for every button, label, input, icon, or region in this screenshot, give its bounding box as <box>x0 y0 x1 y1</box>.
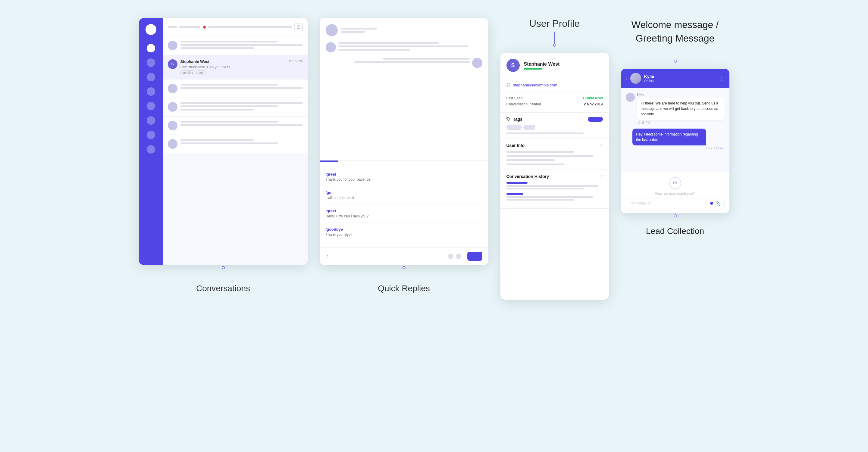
conv-item-skeleton-2[interactable] <box>163 79 308 98</box>
qr-response-great: Thank you for your patience. <box>326 177 483 182</box>
qr-send-button[interactable] <box>467 252 483 261</box>
up-last-seen-value: Online Now <box>583 96 603 100</box>
up-user-info-header: User Info ∧ <box>506 143 603 148</box>
gw-user-msg-wrap: Hey, Need some information regarding the… <box>632 129 724 150</box>
gw-bot-bubble: Hi there! We are here to help you out. S… <box>637 98 724 120</box>
qr-entry-greet[interactable]: /greet Hello! How can I help you? <box>326 204 483 223</box>
user-profile-widget: S Stephanie West @ stephanie@example.com… <box>500 53 609 300</box>
search-button[interactable] <box>294 23 303 31</box>
conv-avatar-2 <box>168 84 178 93</box>
chat-avatar-out <box>472 58 483 68</box>
gw-back-button[interactable]: ‹ <box>626 75 627 81</box>
skel-r <box>383 58 470 60</box>
greeting-title: Welcome message /Greeting Message <box>631 18 719 45</box>
up-conv-history-header: Conversation History ∧ <box>506 174 603 179</box>
qr-entry-go[interactable]: /go I will be right back. <box>326 186 483 204</box>
chat-avatar <box>326 42 336 53</box>
conv-item-skeleton-5[interactable] <box>163 135 308 153</box>
up-conv-history-section: Conversation History ∧ <box>500 170 609 209</box>
qr-entry-goodbye[interactable]: /goodbye Thank you. Bye! <box>326 223 483 241</box>
up-last-seen-row: Last Seen Online Now <box>506 96 603 100</box>
quick-replies-dot <box>403 266 406 269</box>
skel-line <box>181 124 303 126</box>
up-user-info-chevron: ∧ <box>600 143 603 148</box>
skel-line <box>181 47 254 49</box>
nav-item-3[interactable] <box>147 73 155 81</box>
conv-tags: pending emi <box>181 70 303 75</box>
up-tags-row <box>506 125 603 130</box>
conv-item-stephanie[interactable]: S Stephanie West 12:15 PM I am stuck her… <box>163 55 308 79</box>
qr-typing-indicator: /g <box>326 254 329 258</box>
nav-item-5[interactable] <box>147 102 155 110</box>
up-name-area: Stephanie West <box>524 61 560 70</box>
conv-content-stephanie: Stephanie West 12:15 PM I am stuck here.… <box>181 59 303 75</box>
greeting-label-dot <box>674 60 677 63</box>
up-conv-hist-2[interactable] <box>506 193 603 200</box>
up-tag-1 <box>506 125 522 130</box>
up-tags-add-btn[interactable] <box>588 117 603 122</box>
up-conv-history-chevron: ∧ <box>600 174 603 179</box>
greeting-label-area: Welcome message /Greeting Message <box>621 18 730 63</box>
header-bar-1 <box>168 26 177 28</box>
gw-user-bubble: Hey, Need some information regarding the… <box>632 129 706 146</box>
gw-double-check: ✓✓ <box>720 147 724 150</box>
skel-line <box>181 84 278 86</box>
skel-l <box>338 45 468 47</box>
gw-menu-button[interactable]: ⋮ <box>719 75 724 82</box>
conv-avatar-5 <box>168 139 178 149</box>
up-tags-title-area: Tags <box>506 117 523 122</box>
conversations-header <box>163 18 308 36</box>
nav-item-8[interactable] <box>147 145 155 154</box>
qr-entry-great[interactable]: /great Thank you for your patience. <box>326 168 483 186</box>
qr-input-area: /g <box>326 254 448 258</box>
svg-point-0 <box>507 118 508 119</box>
qr-list: /great Thank you for your patience. /go … <box>320 162 488 247</box>
greeting-widget: ‹ Kylie Online ⋮ Kylie Hi there! We are … <box>621 69 730 213</box>
nav-item-conversations[interactable] <box>147 44 155 53</box>
up-status-bar <box>524 68 542 70</box>
conversations-dot <box>222 266 225 269</box>
up-conv-bar-2 <box>506 193 523 195</box>
nav-item-6[interactable] <box>147 116 155 125</box>
conv-item-skeleton-1[interactable] <box>163 36 308 55</box>
up-conv-hist-1[interactable] <box>506 182 603 189</box>
up-user-info-title: User Info <box>506 143 525 148</box>
gw-agent-avatar <box>630 73 641 84</box>
conv-tag-emi: emi <box>196 70 206 75</box>
gw-attach-icon: 📎 <box>716 201 721 206</box>
nav-item-4[interactable] <box>147 87 155 96</box>
conv-avatar-1 <box>168 41 178 50</box>
nav-item-7[interactable] <box>147 131 155 139</box>
conversations-label: Conversations <box>196 284 250 293</box>
qr-response-go: I will be right back. <box>326 196 483 200</box>
gw-email-input-row[interactable]: Your email id 📎 <box>626 198 724 208</box>
quick-replies-section: /great Thank you for your patience. /go … <box>320 18 488 293</box>
up-conv-skel-2 <box>506 188 584 189</box>
up-tags-section: Tags <box>500 112 609 139</box>
up-info-skel-3 <box>506 159 555 161</box>
up-conv-initiated-row: Conversation initiated 2 Nov 2019 <box>506 102 603 106</box>
qr-user-avatar <box>326 24 338 36</box>
up-conv-label: Conversation initiated <box>506 102 541 106</box>
chat-skeleton-in <box>326 42 483 53</box>
gw-bot-time: 12:38 PM <box>637 121 724 124</box>
nav-item-2[interactable] <box>147 58 155 67</box>
qr-response-goodbye: Thank you. Bye! <box>326 232 483 237</box>
qr-dot-1 <box>448 254 454 259</box>
greeting-section: Welcome message /Greeting Message ‹ Kyli… <box>621 18 730 236</box>
up-tags-skel <box>506 132 584 134</box>
up-info-skel-4 <box>506 163 564 165</box>
up-conv-skel-3 <box>506 196 593 198</box>
sidebar-nav <box>139 18 163 265</box>
qr-user-row <box>326 24 483 39</box>
conv-item-skeleton-4[interactable] <box>163 117 308 135</box>
gw-mail-icon: ✉ <box>669 177 681 189</box>
skel-line <box>181 41 278 42</box>
skel-line <box>181 139 254 141</box>
chat-lines-out <box>326 58 470 63</box>
greeting-label-connector <box>674 47 677 63</box>
tag-icon <box>506 117 511 121</box>
conv-item-skeleton-3[interactable] <box>163 98 308 117</box>
qr-command-goodbye: /goodbye <box>326 227 483 232</box>
up-label-connector <box>553 32 556 47</box>
